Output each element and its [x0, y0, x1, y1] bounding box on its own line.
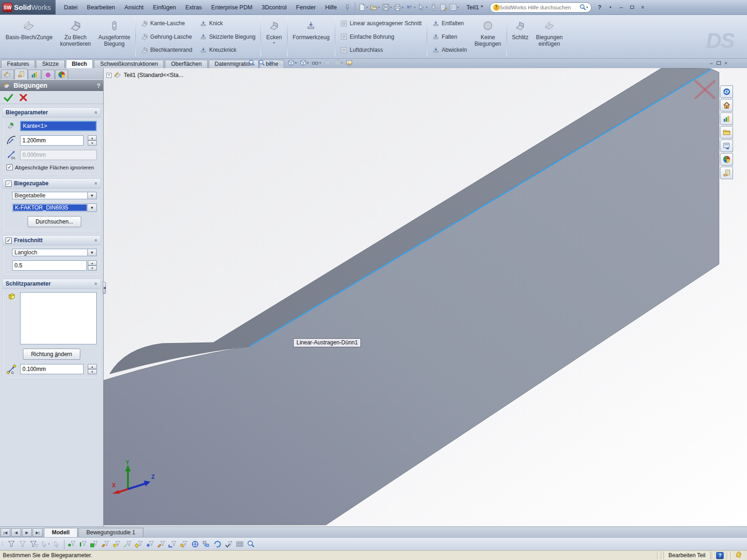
spinner-down-icon[interactable]: ▼ — [88, 266, 97, 271]
print-button[interactable]: ▾ — [393, 2, 405, 13]
first-tab-button[interactable]: |◀ — [0, 528, 10, 537]
menu-fenster[interactable]: Fenster — [291, 3, 320, 12]
tree-root-label[interactable]: Teil1 (Standard<<Sta... — [124, 72, 183, 78]
ecken-button[interactable]: Ecken ▾ — [262, 16, 285, 57]
last-tab-button[interactable]: ▶| — [33, 528, 42, 537]
spinner-up-icon[interactable]: ▲ — [88, 364, 97, 369]
configurationmanager-tab[interactable] — [28, 70, 41, 79]
spinner-up-icon[interactable]: ▲ — [88, 135, 97, 140]
skizzierte-biegung-button[interactable]: Skizzierte Biegung — [197, 31, 258, 42]
help-dropdown-icon[interactable]: ▾ — [606, 4, 615, 11]
filter-reference-points-button[interactable] — [190, 539, 200, 549]
gap-distance-spinner[interactable]: ▲▼ — [88, 364, 97, 374]
filter-surface-bodies-button[interactable] — [100, 539, 111, 549]
help-search-input[interactable] — [500, 5, 579, 10]
section-view-button[interactable]: ▾ — [288, 59, 297, 66]
filter-toggle-button[interactable] — [7, 539, 17, 549]
doc-minimize-button[interactable]: – — [710, 60, 712, 66]
group-schlitzparameter-header[interactable]: Schlitzparameter« — [3, 279, 100, 289]
minimize-button[interactable]: – — [617, 4, 626, 11]
filter-frame-button[interactable] — [235, 539, 245, 549]
next-tab-button[interactable]: ▶ — [22, 528, 32, 537]
doc-close-button[interactable]: × — [725, 60, 727, 66]
search-dropdown-icon[interactable]: ▾ — [586, 6, 588, 9]
keine-biegungen-button[interactable]: Keine Biegungen — [471, 16, 505, 57]
collapse-chevron-icon[interactable]: « — [93, 282, 99, 285]
toolbar-grip[interactable]: ⁞ — [2, 541, 4, 546]
menu-enterprise-pdm[interactable]: Enterprise PDM — [206, 3, 257, 12]
panel-help-icon[interactable]: ? — [97, 82, 100, 89]
solidworks-resources-button[interactable] — [720, 85, 733, 98]
ignore-beveled-checkbox[interactable]: ✓ — [7, 164, 13, 170]
menu-extras[interactable]: Extras — [181, 3, 206, 12]
bend-radius-spinner[interactable]: ▲▼ — [88, 135, 97, 146]
tree-expand-icon[interactable]: + — [106, 73, 112, 78]
group-biegeparameter-header[interactable]: Biegeparameter« — [3, 108, 100, 118]
tab-oberflaechen[interactable]: Oberflächen — [165, 60, 207, 68]
knick-button[interactable]: Knick — [197, 18, 258, 29]
motion-study-tab[interactable]: Bewegungsstudie 1 — [78, 528, 143, 537]
confirm-button[interactable] — [4, 93, 13, 102]
model-tab[interactable]: Modell — [44, 528, 78, 537]
blechkantenrand-button[interactable]: Blechkantenrand — [138, 44, 195, 56]
ecken-dropdown-icon[interactable]: ▾ — [273, 41, 275, 45]
display-style-button[interactable]: ▾ — [311, 59, 321, 66]
doc-restore-button[interactable] — [717, 60, 721, 66]
bend-allowance-type-dropdown[interactable]: Biegetabelle ▼ — [12, 192, 97, 199]
formwerkzeug-button[interactable]: Formwerkzeug — [289, 16, 333, 57]
kante-lasche-button[interactable]: Kante-Lasche — [138, 18, 195, 29]
select-tool-button[interactable]: ▾ — [40, 539, 50, 549]
filter-sketches-button[interactable] — [156, 539, 167, 549]
design-library-button[interactable] — [720, 112, 733, 125]
filter-blocks-button[interactable] — [201, 539, 211, 549]
collapse-chevron-icon[interactable]: « — [93, 111, 99, 114]
filter-routing-points-button[interactable] — [212, 539, 223, 549]
collapse-chevron-icon[interactable]: « — [93, 239, 99, 242]
appearances-button[interactable]: ▾ — [334, 59, 343, 66]
restore-button[interactable] — [627, 4, 637, 11]
gap-distance-field[interactable]: 0.100mm — [20, 364, 84, 374]
displaymanager-tab[interactable] — [55, 70, 68, 79]
spinner-down-icon[interactable]: ▼ — [88, 369, 97, 374]
dropdown-arrow-icon[interactable]: ▼ — [87, 192, 96, 199]
file-explorer-button[interactable] — [720, 126, 733, 139]
entfalten-button[interactable]: Entfalten — [430, 18, 470, 29]
einfache-bohrung-button[interactable]: Einfache Bohrung — [338, 31, 424, 42]
collapse-chevron-icon[interactable]: « — [93, 182, 99, 185]
bend-table-dropdown[interactable]: K-FAKTOR_DIN6935 ▼ — [12, 203, 97, 212]
dropdown-arrow-icon[interactable]: ▼ — [87, 204, 96, 211]
options-button[interactable]: ▾ — [448, 2, 460, 13]
gehrung-lasche-button[interactable]: Gehrung-Lasche — [138, 31, 195, 42]
panel-splitter-handle[interactable]: ◀ — [103, 282, 106, 294]
filter-vertices-button[interactable] — [67, 539, 77, 549]
relief-ratio-spinner[interactable]: ▲▼ — [88, 260, 97, 271]
filter-dimensions-button[interactable] — [168, 539, 178, 549]
freischnitt-checkbox[interactable]: ✓ — [6, 238, 12, 244]
magnified-selection-button[interactable] — [51, 539, 62, 549]
relief-type-dropdown[interactable]: Langloch ▼ — [12, 249, 97, 256]
group-freischnitt-header[interactable]: ✓ Freischnitt« — [3, 236, 100, 245]
help-menu-button[interactable]: ? — [595, 4, 605, 11]
tag-button[interactable] — [735, 552, 743, 559]
zoom-area-button[interactable] — [258, 59, 265, 66]
kreuzknick-button[interactable]: Kreuzknick — [197, 44, 258, 56]
bend-radius-field[interactable]: 1.200mm — [20, 135, 84, 146]
appearances-scenes-button[interactable] — [720, 153, 733, 166]
biegungen-einfuegen-button[interactable]: Biegungen einfügen — [532, 16, 566, 57]
filter-magnify-button[interactable] — [246, 539, 256, 549]
slot-selection-listbox[interactable] — [20, 292, 97, 344]
relief-ratio-field[interactable]: 0.5 — [12, 260, 87, 271]
save-button[interactable]: ▾ — [381, 2, 393, 13]
featuremanager-tab[interactable] — [1, 70, 14, 79]
quick-tips-button[interactable]: ? — [716, 552, 724, 559]
propertymanager-tab[interactable] — [14, 69, 28, 79]
filter-solid-bodies-button[interactable] — [112, 539, 122, 549]
shadows-button[interactable] — [324, 59, 331, 66]
spinner-down-icon[interactable]: ▼ — [88, 140, 97, 146]
biegezugabe-checkbox[interactable]: ✓ — [6, 181, 12, 187]
search-icon[interactable] — [579, 4, 586, 11]
zu-blech-konvertieren-button[interactable]: Zu Blech konvertieren — [56, 16, 95, 57]
filter-annotations-button[interactable] — [179, 539, 189, 549]
filter-faces-button[interactable] — [89, 539, 99, 549]
menu-ansicht[interactable]: Ansicht — [120, 3, 148, 12]
